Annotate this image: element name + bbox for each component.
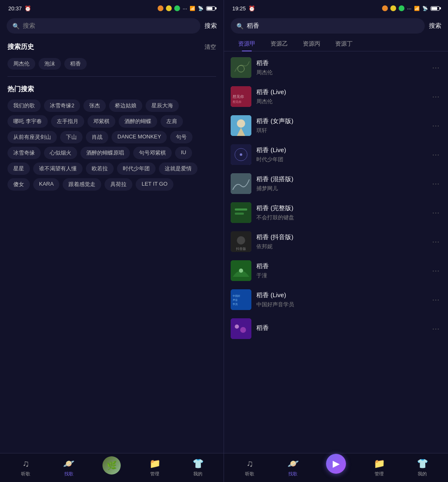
song-item-0[interactable]: 稻香 周杰伦 ··· [224, 53, 448, 82]
song-title-0: 稻香 [256, 59, 426, 67]
history-tag-1[interactable]: 泡沫 [39, 58, 61, 70]
song-item-3[interactable]: 稻香 (Live) 时代少年团 ··· [224, 140, 448, 169]
more-btn-5[interactable]: ··· [431, 207, 441, 219]
song-item-1[interactable]: 想见你想见你 稻香 (Live) 周杰伦 ··· [224, 82, 448, 111]
hot-tag-7[interactable]: 邓紫棋 [88, 115, 115, 128]
more-btn-8[interactable]: ··· [431, 294, 441, 306]
more-btn-4[interactable]: ··· [431, 178, 441, 190]
hot-tag-17[interactable]: 酒醉的蝴蝶原唱 [80, 147, 130, 159]
history-tag-2[interactable]: 稻香 [64, 58, 87, 70]
song-item-8[interactable]: 中国好声音学员 稻香 (Live) 中国好声音学员 ··· [224, 285, 448, 314]
status-bar-left: 20:37 ⏰ ··· 📶 📡 [0, 0, 224, 15]
hot-tag-15[interactable]: 冰雪奇缘 [7, 147, 41, 159]
song-title-4: 稻香 (混搭版) [256, 175, 426, 183]
hot-tag-19[interactable]: IU [175, 147, 192, 159]
svg-rect-0 [231, 57, 251, 78]
song-artist-5: 不会打鼓的键盘 [256, 214, 426, 221]
song-item-7[interactable]: 稻香 于潼 ··· [224, 256, 448, 285]
nav-label-listen-right: 听歌 [245, 471, 254, 477]
tab-source-c[interactable]: 资源丙 [295, 37, 328, 51]
app-icon-r1 [382, 5, 388, 11]
hot-tag-22[interactable]: 欧若拉 [86, 162, 114, 175]
more-btn-9[interactable]: ··· [431, 323, 441, 335]
tab-source-d[interactable]: 资源丁 [328, 37, 360, 51]
hot-tag-2[interactable]: 张杰 [83, 99, 106, 112]
hot-tag-10[interactable]: 从前有座灵剑山 [7, 131, 57, 143]
more-btn-7[interactable]: ··· [431, 265, 441, 277]
song-item-6[interactable]: 抖音版 稻香 (抖音版) 依邦妮 ··· [224, 227, 448, 256]
song-info-8: 稻香 (Live) 中国好声音学员 [256, 291, 426, 308]
song-title-2: 稻香 (女声版) [256, 117, 426, 125]
svg-rect-10 [231, 173, 251, 194]
hot-tag-20[interactable]: 星星 [7, 162, 30, 175]
clear-history-btn[interactable]: 清空 [205, 44, 216, 51]
hot-tag-3[interactable]: 桥边姑娘 [109, 99, 142, 112]
more-btn-2[interactable]: ··· [431, 120, 441, 132]
hot-tag-13[interactable]: DANCE MONKEY [112, 131, 167, 143]
play-center-btn[interactable]: ▶ [326, 454, 346, 474]
hot-tag-29[interactable]: LET IT GO [136, 178, 173, 191]
search-button-left[interactable]: 搜索 [205, 22, 217, 30]
nav-manage-left[interactable]: 📁 管理 [144, 458, 166, 477]
song-thumb-1: 想见你想见你 [231, 86, 251, 107]
nav-find-right[interactable]: 🪐 找歌 [282, 458, 304, 477]
search-icon-left: 🔍 [12, 23, 19, 29]
alarm-icon-right: ⏰ [248, 5, 255, 12]
hot-tag-4[interactable]: 星辰大海 [146, 99, 179, 112]
status-bar-right: 19:25 ⏰ ··· 📶 📡 [224, 0, 448, 15]
nav-listen-left[interactable]: ♫ 听歌 [14, 458, 37, 477]
nav-label-listen-left: 听歌 [21, 471, 30, 477]
nav-avatar-left[interactable]: 🌿 [100, 461, 123, 475]
bottom-nav-left: ♫ 听歌 🪐 找歌 🌿 📁 管理 👕 我的 [0, 453, 224, 482]
hot-tag-18[interactable]: 句号邓紫棋 [133, 147, 172, 159]
hot-tag-21[interactable]: 谁不渴望有人懂 [33, 162, 83, 175]
hot-tag-5[interactable]: 哪吒 李宇春 [7, 115, 48, 128]
song-artist-2: 琪轩 [256, 127, 426, 134]
history-tag-0[interactable]: 周杰伦 [7, 58, 35, 70]
tab-source-b[interactable]: 资源乙 [263, 37, 295, 51]
nav-center-right[interactable]: ▶ [325, 462, 348, 474]
hot-tag-28[interactable]: 具荷拉 [105, 178, 132, 191]
signal-icon-right: 📶 [414, 6, 420, 11]
svg-point-24 [235, 325, 239, 329]
more-btn-6[interactable]: ··· [431, 236, 441, 248]
hot-tag-1[interactable]: 冰雪奇缘2 [44, 99, 80, 112]
song-item-4[interactable]: 稻香 (混搭版) 捕梦网儿 ··· [224, 169, 448, 198]
song-list: 稻香 周杰伦 ··· 想见你想见你 稻香 (Live) 周杰伦 ··· 稻香 (… [224, 51, 448, 453]
song-thumb-6: 抖音版 [231, 231, 251, 252]
nav-mine-left[interactable]: 👕 我的 [187, 458, 209, 477]
song-item-2[interactable]: 稻香 (女声版) 琪轩 ··· [224, 111, 448, 140]
song-item-9[interactable]: 稻香 ··· [224, 314, 448, 343]
hot-tag-9[interactable]: 左肩 [161, 115, 183, 128]
hot-tag-8[interactable]: 酒醉的蝴蝶 [119, 115, 157, 128]
search-input-left[interactable]: 🔍 搜索 [7, 18, 200, 34]
tab-source-a[interactable]: 资源甲 [231, 37, 263, 51]
nav-find-left[interactable]: 🪐 找歌 [57, 458, 80, 477]
more-btn-3[interactable]: ··· [431, 149, 441, 161]
hot-tag-14[interactable]: 句号 [170, 131, 192, 143]
alarm-icon: ⏰ [24, 5, 31, 12]
hot-tag-23[interactable]: 时代少年团 [117, 162, 156, 175]
hot-tag-6[interactable]: 左手指月 [51, 115, 84, 128]
hot-tag-11[interactable]: 下山 [60, 131, 83, 143]
hot-tag-24[interactable]: 这就是爱情 [159, 162, 197, 175]
nav-manage-right[interactable]: 📁 管理 [368, 458, 391, 477]
nav-mine-right[interactable]: 👕 我的 [411, 458, 434, 477]
hot-tag-0[interactable]: 我们的歌 [7, 99, 41, 112]
search-input-right[interactable]: 🔍 稻香 [231, 18, 425, 34]
hot-tag-12[interactable]: 肖战 [86, 131, 108, 143]
left-scroll-content: 搜索历史 清空 周杰伦 泡沫 稻香 热门搜索 我们的歌 冰雪奇缘2 张杰 桥边姑… [0, 37, 224, 453]
hot-tag-16[interactable]: 心似烟火 [44, 147, 77, 159]
svg-point-25 [240, 327, 246, 333]
song-item-5[interactable]: 稻香 (完整版) 不会打鼓的键盘 ··· [224, 198, 448, 227]
song-info-5: 稻香 (完整版) 不会打鼓的键盘 [256, 204, 426, 221]
hot-tag-27[interactable]: 跟着感觉走 [63, 178, 101, 191]
more-btn-0[interactable]: ··· [431, 62, 441, 74]
song-title-6: 稻香 (抖音版) [256, 233, 426, 241]
hot-tag-25[interactable]: 傻女 [7, 178, 30, 191]
song-info-3: 稻香 (Live) 时代少年团 [256, 146, 426, 163]
more-btn-1[interactable]: ··· [431, 91, 441, 103]
search-button-right[interactable]: 搜索 [429, 22, 441, 30]
hot-tag-26[interactable]: KARA [33, 178, 59, 191]
nav-listen-right[interactable]: ♫ 听歌 [239, 458, 261, 477]
